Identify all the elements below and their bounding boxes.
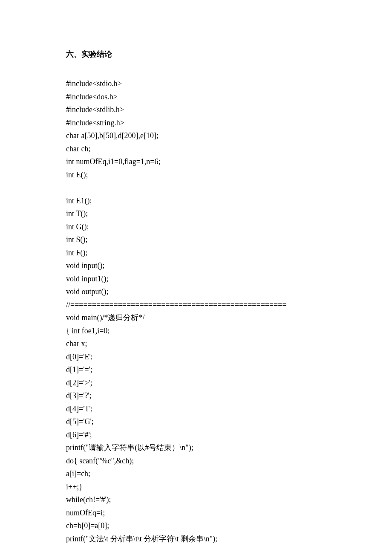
code-line: a[i]=ch; [66,467,326,480]
code-line: //======================================… [66,298,326,312]
code-line: char x; [66,337,326,350]
code-line: { int foe1,i=0; [66,324,326,338]
code-line: d[1]='='; [66,363,326,376]
code-line: i++;} [66,480,326,494]
code-line: int F(); [66,246,326,260]
code-line: d[6]='#'; [66,428,326,442]
code-line: void main()/*递归分析*/ [66,311,326,324]
section-heading: 六、实验结论 [66,49,326,59]
code-line: int E(); [66,168,326,182]
code-line: #include<stdlib.h> [66,103,326,116]
code-line: void output(); [66,285,326,298]
code-line: d[2]='>'; [66,376,326,390]
document-page: 六、实验结论 #include<stdio.h>#include<dos.h>#… [0,0,392,555]
code-line: d[3]='?'; [66,389,326,402]
code-line: do{ scanf("%c",&ch); [66,454,326,468]
code-line: printf("请输入字符串(以#号结束）\n"); [66,441,326,454]
code-block: #include<stdio.h>#include<dos.h>#include… [66,77,326,545]
code-line: #include<stdio.h> [66,77,326,90]
code-line: #include<dos.h> [66,90,326,104]
code-line: printf("文法\t 分析串\t\t 分析字符\t 剩余串\n"); [66,532,326,546]
code-line: int G(); [66,220,326,234]
code-line: d[5]='G'; [66,415,326,428]
code-line: d[4]='T'; [66,402,326,416]
code-line: char a[50],b[50],d[200],e[10]; [66,129,326,142]
code-line: int S(); [66,233,326,246]
code-line: d[0]='E'; [66,350,326,364]
code-line: void input(); [66,259,326,272]
blank-line [66,181,326,194]
code-line: #include<string.h> [66,116,326,130]
code-line: ch=b[0]=a[0]; [66,519,326,532]
code-line: int E1(); [66,194,326,208]
code-line: char ch; [66,142,326,156]
code-line: int numOfEq,i1=0,flag=1,n=6; [66,155,326,168]
code-line: int T(); [66,207,326,220]
code-line: while(ch!='#'); [66,493,326,506]
code-line: numOfEq=i; [66,506,326,520]
code-line: void input1(); [66,272,326,286]
